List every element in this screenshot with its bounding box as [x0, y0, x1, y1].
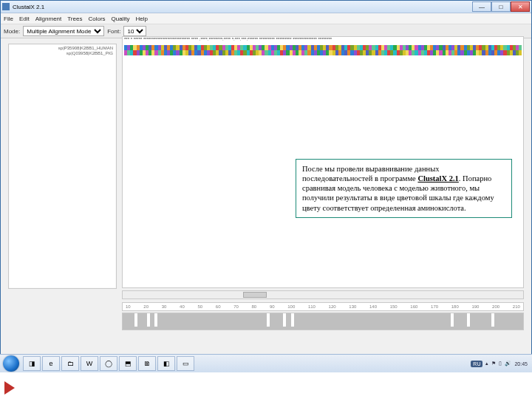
ruler-tick: 180: [451, 304, 459, 309]
sequence-names-pane[interactable]: sp|P35908|K2BB1_HUMAN sp|Q03958|K2BB1_PI…: [8, 44, 117, 289]
clock[interactable]: 20:45: [514, 361, 528, 366]
quality-gap: [134, 313, 137, 327]
quality-gap: [467, 313, 470, 327]
ruler-tick: 200: [492, 304, 499, 309]
close-button[interactable]: ✕: [511, 1, 530, 12]
play-icon[interactable]: [4, 381, 15, 395]
menu-help[interactable]: Help: [135, 16, 147, 22]
ruler-tick: 160: [410, 304, 417, 309]
taskbar-app-button[interactable]: 🗎: [138, 356, 156, 371]
h-scrollbar[interactable]: [122, 290, 524, 299]
tray-network-icon[interactable]: ▯: [499, 361, 502, 366]
taskbar-app-button[interactable]: ◯: [100, 356, 117, 371]
tray-flag-icon[interactable]: ⚑: [491, 361, 496, 366]
task-buttons: ◨e🗀W◯⬒🗎◧▭: [22, 356, 195, 371]
taskbar-app-button[interactable]: W: [81, 356, 98, 371]
tray-volume-icon[interactable]: 🔊: [505, 361, 511, 366]
menu-alignment[interactable]: Alignment: [35, 16, 62, 22]
quality-gap: [154, 313, 157, 327]
ruler-tick: 170: [431, 304, 438, 309]
menubar: File Edit Alignment Trees Colors Quality…: [1, 13, 531, 24]
ruler-tick: 40: [180, 304, 185, 309]
font-select[interactable]: 10: [123, 26, 146, 36]
system-tray[interactable]: RU ▴ ⚑ ▯ 🔊 20:45: [471, 361, 532, 367]
ruler-tick: 130: [349, 304, 356, 309]
alignment-row[interactable]: [124, 50, 522, 55]
taskbar-app-button[interactable]: ◧: [157, 356, 175, 371]
ruler-tick: 210: [513, 304, 520, 309]
tray-up-icon[interactable]: ▴: [485, 361, 488, 366]
menu-edit[interactable]: Edit: [19, 16, 30, 22]
titlebar[interactable]: ClustalX 2.1 — □ ✕: [1, 1, 531, 13]
taskbar-app-button[interactable]: ▭: [177, 356, 194, 371]
mode-label: Mode:: [4, 28, 20, 35]
ruler-tick: 140: [369, 304, 377, 309]
quality-gap: [147, 313, 150, 327]
ruler-tick: 90: [270, 304, 275, 309]
window-controls: — □ ✕: [472, 1, 530, 12]
language-indicator[interactable]: RU: [471, 361, 482, 367]
consensus-line: *** * ***** *************************** …: [124, 37, 522, 41]
seq-name-row[interactable]: sp|Q03958|K2BB1_PIG: [66, 51, 113, 56]
app-icon: [2, 3, 10, 10]
quality-gap: [451, 313, 454, 327]
ruler-tick: 110: [308, 304, 316, 309]
ruler-tick: 100: [287, 304, 295, 309]
annotation-callout: После мы провели выравнивание данных пос…: [296, 159, 512, 218]
mode-select[interactable]: Multiple Alignment Mode: [23, 26, 104, 36]
ruler-tick: 80: [252, 304, 257, 309]
note-program-name: ClustalX 2.1: [417, 174, 458, 183]
ruler-tick: 50: [197, 304, 202, 309]
ruler-tick: 60: [216, 304, 221, 309]
ruler-tick: 150: [390, 304, 398, 309]
quality-gap: [291, 313, 294, 327]
font-label: Font:: [107, 28, 120, 35]
taskbar-app-button[interactable]: e: [42, 356, 60, 371]
scrollbar-thumb[interactable]: [243, 292, 267, 298]
ruler-tick: 70: [233, 304, 239, 309]
alignment-row[interactable]: [124, 45, 522, 50]
menu-quality[interactable]: Quality: [112, 16, 130, 22]
ruler-tick: 20: [143, 304, 149, 309]
quality-gap: [491, 313, 494, 327]
quality-bar: [122, 313, 524, 330]
menu-colors[interactable]: Colors: [88, 16, 105, 22]
window-title: ClustalX 2.1: [13, 4, 44, 10]
menu-file[interactable]: File: [4, 16, 13, 22]
start-button[interactable]: [3, 355, 19, 372]
taskbar-app-button[interactable]: ◨: [23, 356, 41, 371]
menu-trees[interactable]: Trees: [67, 16, 82, 22]
seq-name-row[interactable]: sp|P35908|K2BB1_HUMAN: [58, 46, 113, 51]
ruler-tick: 10: [126, 304, 131, 309]
taskbar-app-button[interactable]: ⬒: [119, 356, 137, 371]
maximize-button[interactable]: □: [491, 1, 511, 12]
minimize-button[interactable]: —: [472, 1, 491, 12]
ruler-tick: 190: [471, 304, 479, 309]
taskbar[interactable]: ◨e🗀W◯⬒🗎◧▭ RU ▴ ⚑ ▯ 🔊 20:45: [0, 354, 532, 372]
quality-gap: [267, 313, 270, 327]
ruler-tick: 120: [329, 304, 336, 309]
quality-gap: [283, 313, 286, 327]
taskbar-app-button[interactable]: 🗀: [61, 356, 79, 371]
ruler-tick: 30: [162, 304, 167, 309]
ruler-pane: 1020304050607080901001101201301401501601…: [122, 302, 524, 311]
